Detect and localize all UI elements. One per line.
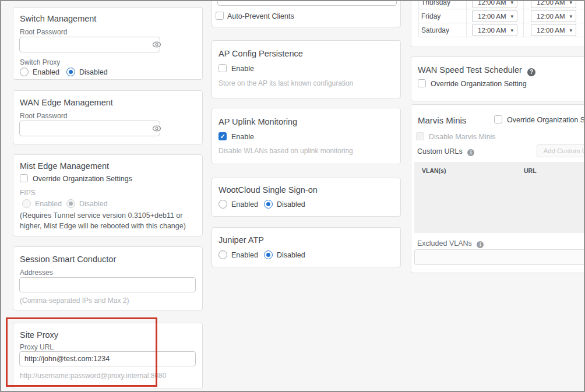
password-reveal-eye-icon[interactable]: [152, 125, 161, 132]
fips-enabled-label: Enabled: [35, 200, 62, 208]
info-icon[interactable]: i: [467, 149, 474, 156]
root-password-input[interactable]: [19, 37, 160, 52]
juniper-atp-disabled-radio[interactable]: [264, 250, 273, 259]
security-input-partial[interactable]: [217, 0, 397, 6]
start-time-dropdown[interactable]: 12:00 AM ▾: [472, 24, 517, 36]
add-custom-urls-button[interactable]: Add Custom URLs: [537, 144, 585, 157]
site-proxy-card: Site Proxy Proxy URL http://username:pas…: [13, 323, 203, 389]
override-org-settings-label: Override Organization Settings: [33, 175, 132, 183]
juniper-atp-card: Juniper ATP Enabled Disabled: [212, 227, 401, 267]
fips-disabled-label: Disabled: [79, 200, 108, 208]
chevron-down-icon: ▾: [510, 27, 513, 33]
url-column-header: URL: [524, 167, 537, 174]
enable-checkbox[interactable]: [219, 64, 227, 72]
switch-management-card: Switch Management Root Password Switch P…: [13, 7, 203, 80]
wootcloud-enabled-radio[interactable]: [219, 200, 227, 209]
chevron-down-icon: ▾: [510, 0, 513, 5]
switch-proxy-label: Switch Proxy: [20, 58, 60, 66]
session-smart-conductor-card: Session Smart Conductor Addresses (Comma…: [13, 246, 203, 310]
switch-proxy-enabled-label: Enabled: [33, 68, 59, 76]
wan-speed-test-scheduler-title: WAN Speed Test Scheduler ?: [418, 65, 535, 76]
fips-disabled-radio[interactable]: [66, 199, 75, 208]
marvis-minis-title: Marvis Minis: [418, 115, 466, 125]
enable-label: Enable: [231, 65, 254, 73]
proxy-url-input[interactable]: [19, 351, 196, 366]
addresses-label: Addresses: [20, 269, 53, 277]
help-icon[interactable]: ?: [527, 68, 535, 76]
juniper-atp-disabled-label: Disabled: [277, 251, 305, 259]
ap-uplink-monitoring-title: AP Uplink Monitoring: [219, 117, 297, 126]
ap-uplink-monitoring-hint: Disable WLANs based on uplink monitoring: [219, 147, 353, 155]
chevron-down-icon: ▾: [510, 13, 513, 19]
auto-prevent-clients-checkbox[interactable]: [216, 12, 224, 20]
schedule-row-saturday: Saturday 12:00 AM ▾ 12:00 AM ▾: [418, 23, 585, 37]
addresses-input[interactable]: [19, 277, 196, 292]
override-org-setting-checkbox[interactable]: [494, 115, 502, 123]
site-proxy-title: Site Proxy: [20, 330, 58, 340]
root-password-label: Root Password: [20, 28, 67, 36]
start-time-dropdown[interactable]: 12:00 AM ▾: [472, 0, 517, 8]
excluded-vlans-label: Excluded VLANs i: [417, 239, 484, 248]
wootcloud-sso-title: WootCloud Single Sign-on: [219, 185, 318, 195]
auto-prevent-clients-label: Auto-Prevent Clients: [227, 12, 294, 20]
fips-label: FIPS: [20, 189, 36, 197]
fips-note: (Requires Tunnel service version 0.3105+…: [20, 210, 198, 231]
wootcloud-disabled-radio[interactable]: [264, 200, 273, 209]
ap-config-persistence-title: AP Config Persistence: [219, 49, 303, 58]
info-icon[interactable]: i: [477, 241, 484, 248]
switch-proxy-enabled-radio[interactable]: [20, 68, 29, 76]
override-org-setting-label: Override Organization Setting: [507, 116, 585, 124]
session-smart-conductor-title: Session Smart Conductor: [20, 255, 116, 264]
ap-config-persistence-card: AP Config Persistence Enable Store on th…: [212, 40, 401, 98]
ap-uplink-monitoring-card: AP Uplink Monitoring Enable Disable WLAN…: [212, 108, 401, 164]
day-label: Saturday: [421, 26, 449, 34]
root-password-input[interactable]: [19, 121, 160, 136]
end-time-dropdown[interactable]: 12:00 AM ▾: [531, 24, 576, 36]
override-org-setting-checkbox[interactable]: [418, 79, 426, 87]
enable-checkbox[interactable]: [219, 132, 227, 140]
start-time-dropdown[interactable]: 12:00 AM ▾: [472, 10, 517, 22]
mist-edge-management-title: Mist Edge Management: [20, 161, 109, 171]
security-card-partial: Auto-Prevent Clients: [212, 0, 401, 27]
end-time-dropdown[interactable]: 12:00 AM ▾: [531, 0, 576, 8]
fips-enabled-radio[interactable]: [22, 199, 31, 208]
switch-proxy-disabled-radio[interactable]: [66, 68, 75, 76]
proxy-url-hint: http://username:password@proxy.internal:…: [20, 372, 166, 380]
enable-label: Enable: [231, 133, 254, 141]
disable-marvis-minis-label: Disable Marvis Minis: [429, 133, 496, 141]
custom-urls-label: Custom URLs i: [417, 147, 474, 156]
mist-edge-management-card: Mist Edge Management Override Organizati…: [13, 154, 203, 236]
override-org-setting-label: Override Organization Setting: [431, 80, 527, 88]
schedule-row-thursday: Thursday 12:00 AM ▾ 12:00 AM ▾: [418, 0, 585, 9]
wan-edge-management-card: WAN Edge Management Root Password: [13, 90, 203, 144]
chevron-down-icon: ▾: [569, 0, 572, 5]
marvis-minis-card: Marvis Minis Override Organization Setti…: [411, 104, 585, 273]
root-password-label: Root Password: [20, 112, 67, 120]
chevron-down-icon: ▾: [569, 13, 572, 19]
switch-proxy-disabled-label: Disabled: [79, 68, 108, 76]
juniper-atp-title: Juniper ATP: [219, 235, 264, 245]
wootcloud-sso-card: WootCloud Single Sign-on Enabled Disable…: [212, 178, 401, 217]
schedule-row-friday: Friday 12:00 AM ▾ 12:00 AM ▾: [418, 9, 585, 23]
addresses-hint: (Comma-separated IPs and Max 2): [20, 296, 129, 305]
proxy-url-label: Proxy URL: [20, 343, 54, 351]
switch-management-title: Switch Management: [20, 14, 96, 23]
override-org-settings-checkbox[interactable]: [20, 174, 28, 182]
vlans-column-header: VLAN(s): [422, 167, 446, 174]
ap-config-persistence-hint: Store on the AP its last known configura…: [219, 79, 353, 87]
password-reveal-eye-icon[interactable]: [152, 41, 161, 48]
wan-edge-management-title: WAN Edge Management: [20, 98, 113, 107]
end-time-dropdown[interactable]: 12:00 AM ▾: [531, 10, 576, 22]
day-label: Thursday: [421, 0, 450, 6]
disable-marvis-minis-checkbox[interactable]: [416, 132, 424, 140]
juniper-atp-enabled-radio[interactable]: [219, 250, 227, 259]
custom-urls-table: VLAN(s) URL: [414, 162, 585, 233]
juniper-atp-enabled-label: Enabled: [231, 251, 258, 259]
site-settings-page: Switch Management Root Password Switch P…: [0, 0, 585, 392]
excluded-vlans-input[interactable]: [414, 249, 585, 265]
wan-speed-test-scheduler-card: WAN Speed Test Scheduler ? Override Orga…: [411, 56, 585, 101]
speed-test-schedule-card: Thursday 12:00 AM ▾ 12:00 AM ▾ Friday 12…: [411, 0, 585, 47]
chevron-down-icon: ▾: [569, 27, 572, 33]
wootcloud-enabled-label: Enabled: [231, 200, 258, 209]
day-label: Friday: [421, 12, 440, 20]
